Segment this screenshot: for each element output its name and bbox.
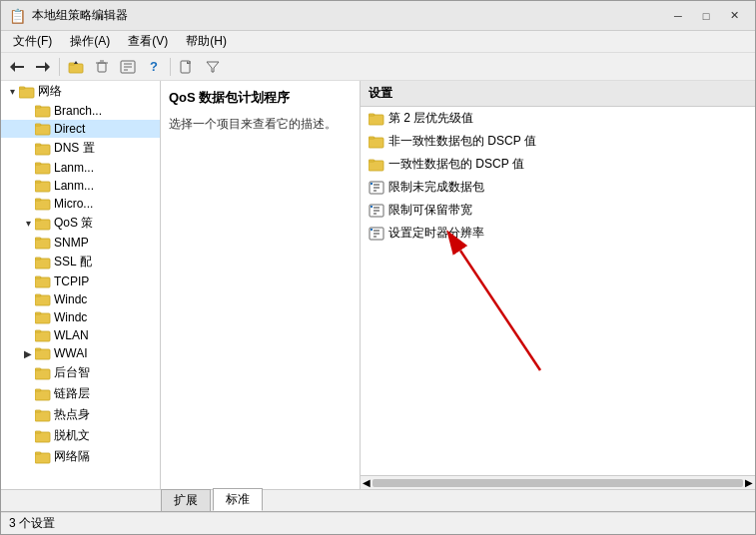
tree-label-wlan: WLAN <box>54 328 89 342</box>
tree-label-lanm1: Lanm... <box>54 161 94 175</box>
tree-label-qos: QoS 策 <box>54 215 93 232</box>
horiz-scrollbar[interactable]: ◀ ▶ <box>361 475 755 489</box>
tree-item-network-isolation[interactable]: 网络隔 <box>1 446 160 467</box>
tree-label-tcpip: TCPIP <box>54 274 89 288</box>
folder-icon-direct <box>35 122 51 136</box>
new-button[interactable] <box>175 56 199 78</box>
tree-label-offline: 脱机文 <box>54 427 90 444</box>
svg-rect-29 <box>35 181 41 183</box>
main-window: 📋 本地组策略编辑器 ─ □ ✕ 文件(F) 操作(A) 查看(V) 帮助(H) <box>0 0 756 535</box>
tree-label-windc2: Windc <box>54 310 87 324</box>
tree-item-qos[interactable]: ▾ QoS 策 <box>1 213 160 234</box>
settings-label-conf-dscp: 一致性数据包的 DSCP 值 <box>388 156 524 173</box>
settings-item-timer-resolution[interactable]: 设置定时器分辨率 <box>361 222 755 245</box>
bottom-area: 扩展 标准 3 个设置 <box>1 489 755 534</box>
svg-rect-18 <box>19 88 34 98</box>
tree-item-hotspot[interactable]: 热点身 <box>1 404 160 425</box>
tab-expand[interactable]: 扩展 <box>161 489 211 511</box>
toolbar: ? <box>1 53 755 81</box>
scroll-right-btn[interactable]: ▶ <box>745 477 753 488</box>
window-title: 本地组策略编辑器 <box>32 7 128 24</box>
policy-icon-limit-incomplete <box>369 180 384 196</box>
folder-icon-conf-dscp <box>369 157 384 173</box>
menu-help[interactable]: 帮助(H) <box>178 31 235 52</box>
forward-button[interactable] <box>31 56 55 78</box>
scroll-left-btn[interactable]: ◀ <box>363 477 371 488</box>
delete-button[interactable] <box>90 56 114 78</box>
folder-icon-ssl <box>35 256 51 269</box>
close-button[interactable]: ✕ <box>721 6 747 26</box>
scroll-thumb[interactable] <box>373 479 743 487</box>
menu-action[interactable]: 操作(A) <box>62 31 118 52</box>
back-button[interactable] <box>5 56 29 78</box>
settings-label-limit-incomplete: 限制未完成数据包 <box>388 179 484 196</box>
tab-standard[interactable]: 标准 <box>213 488 263 511</box>
settings-item-conf-dscp[interactable]: 一致性数据包的 DSCP 值 <box>361 153 755 176</box>
folder-icon-wlan <box>35 328 51 342</box>
svg-rect-63 <box>369 160 375 162</box>
tree-label-background: 后台智 <box>54 364 90 381</box>
minimize-button[interactable]: ─ <box>665 6 691 26</box>
svg-rect-30 <box>35 200 50 210</box>
settings-panel: 设置 第 2 层优先级值 非一致性数据包的 DSCP 值 一致性数据包的 DSC… <box>361 81 755 489</box>
tree-item-snmp[interactable]: SNMP <box>1 234 160 252</box>
settings-item-nonconf-dscp[interactable]: 非一致性数据包的 DSCP 值 <box>361 130 755 153</box>
settings-header: 设置 <box>361 81 755 107</box>
folder-up-button[interactable] <box>64 56 88 78</box>
svg-rect-24 <box>35 145 50 155</box>
tree-item-root[interactable]: ▾ 网络 <box>1 81 160 102</box>
svg-rect-68 <box>371 183 373 185</box>
folder-icon-windc2 <box>35 310 51 324</box>
policy-icon-timer-resolution <box>369 226 384 242</box>
svg-marker-6 <box>74 61 78 64</box>
folder-icon-dns <box>35 142 51 156</box>
filter-button[interactable] <box>201 56 225 78</box>
tree-label-wwai: WWAI <box>54 346 88 360</box>
tree-item-wlan[interactable]: WLAN <box>1 326 160 344</box>
svg-line-80 <box>460 251 540 370</box>
settings-item-limit-incomplete[interactable]: 限制未完成数据包 <box>361 176 755 199</box>
tree-item-lanm1[interactable]: Lanm... <box>1 159 160 177</box>
properties-button[interactable] <box>116 56 140 78</box>
folder-icon-network-isolation <box>35 450 51 464</box>
tree-item-offline[interactable]: 脱机文 <box>1 425 160 446</box>
svg-rect-45 <box>35 330 41 332</box>
svg-rect-55 <box>35 431 41 433</box>
tree-item-ssl[interactable]: SSL 配 <box>1 252 160 272</box>
folder-icon-branch <box>35 104 51 118</box>
tree-item-link-layer[interactable]: 链路层 <box>1 383 160 404</box>
help-button[interactable]: ? <box>142 56 166 78</box>
folder-icon-snmp <box>35 236 51 250</box>
svg-rect-22 <box>35 125 50 135</box>
settings-item-limit-bandwidth[interactable]: 限制可保留带宽 <box>361 199 755 222</box>
tree-label-micro: Micro... <box>54 197 93 211</box>
svg-rect-26 <box>35 164 50 174</box>
tree-item-tcpip[interactable]: TCPIP <box>1 272 160 290</box>
status-bar: 3 个设置 <box>1 512 755 534</box>
tree-item-branch[interactable]: Branch... <box>1 102 160 120</box>
tree-item-wwai[interactable]: ▶ WWAI <box>1 344 160 362</box>
expand-arrow-network: ▾ <box>5 85 19 99</box>
menu-view[interactable]: 查看(V) <box>120 31 176 52</box>
svg-rect-61 <box>369 137 375 139</box>
svg-rect-73 <box>371 206 373 208</box>
app-icon: 📋 <box>9 8 26 24</box>
svg-rect-54 <box>35 432 50 442</box>
svg-rect-58 <box>369 115 383 125</box>
tree-item-micro[interactable]: Micro... <box>1 195 160 213</box>
tree-panel: ▾ 网络 Branch... Direct <box>1 81 161 489</box>
toolbar-sep-1 <box>59 58 60 76</box>
svg-rect-47 <box>35 348 41 350</box>
tree-item-windc2[interactable]: Windc <box>1 308 160 326</box>
maximize-button[interactable]: □ <box>693 6 719 26</box>
tree-item-windc1[interactable]: Windc <box>1 290 160 308</box>
svg-rect-42 <box>35 313 50 323</box>
tree-item-lanm2[interactable]: Lanm... <box>1 177 160 195</box>
tree-item-direct[interactable]: Direct <box>1 120 160 138</box>
settings-item-layer2[interactable]: 第 2 层优先级值 <box>361 107 755 130</box>
tree-label-lanm2: Lanm... <box>54 179 94 193</box>
tree-item-background[interactable]: 后台智 <box>1 362 160 383</box>
menu-file[interactable]: 文件(F) <box>5 31 60 52</box>
folder-icon-tcpip <box>35 274 51 288</box>
tree-item-dns[interactable]: DNS 置 <box>1 138 160 159</box>
